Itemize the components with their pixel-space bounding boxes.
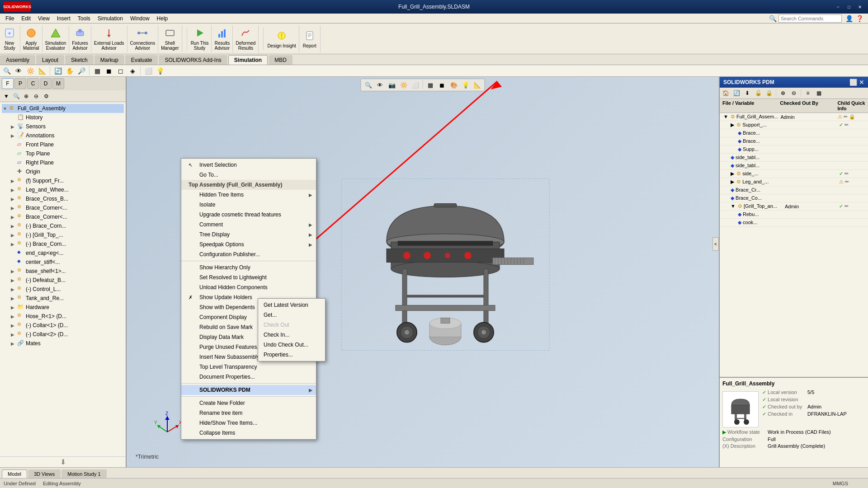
pdm-row-brace1[interactable]: ◆ Brace...: [720, 129, 868, 137]
pdm-row-rebu[interactable]: ◆ Rebu...: [720, 211, 868, 219]
tree-item-brace-corner2[interactable]: ▶ ⚙ Brace_Corner<...: [10, 212, 124, 221]
fm-filter-btn[interactable]: ▼: [2, 92, 11, 101]
section-view-button[interactable]: ⬜: [143, 66, 153, 76]
vp-btn-2[interactable]: 👁: [375, 80, 386, 90]
ctx-show-hierarchy[interactable]: Show Hierarchy Only: [181, 263, 316, 272]
ctx-goto[interactable]: Go To...: [181, 170, 316, 180]
pdm-row-brace2[interactable]: ◆ Brace...: [720, 137, 868, 145]
display-btn-1[interactable]: ▦: [92, 66, 102, 76]
render-button[interactable]: 💡: [155, 66, 165, 76]
pdm-row-brace-co[interactable]: ◆ Brace_Co...: [720, 194, 868, 202]
ctx-set-resolved[interactable]: Set Resolved to Lightweight: [181, 272, 316, 282]
ctx-pdm[interactable]: SOLIDWORKS PDM ▶: [181, 385, 316, 395]
vp-btn-3[interactable]: 📷: [387, 80, 397, 90]
ctx-create-folder[interactable]: Create New Folder: [181, 398, 316, 408]
pdm-tb-check-in[interactable]: 🔒: [764, 89, 774, 98]
display-manager-tab[interactable]: M: [52, 78, 64, 89]
menu-file[interactable]: File: [2, 14, 18, 23]
ctx-top-level-transparency[interactable]: Top Level Transparency: [181, 362, 316, 372]
new-study-button[interactable]: +: [2, 27, 17, 39]
pdm-sub-check-in[interactable]: Check In...: [258, 330, 325, 340]
fm-collapse-btn[interactable]: ⊖: [32, 92, 41, 101]
pdm-tb-collapse-all[interactable]: ⊖: [789, 89, 799, 98]
menu-help[interactable]: Help: [153, 14, 172, 23]
pdm-tb-check-out[interactable]: 🔓: [753, 89, 763, 98]
pdm-row-side1[interactable]: ◆ side_tabl...: [720, 154, 868, 162]
tree-item-tank[interactable]: ▶ ⚙ Tank_and_Re...: [10, 294, 124, 303]
ctx-comment[interactable]: Comment ▶: [181, 220, 316, 230]
close-button[interactable]: ✕: [855, 3, 864, 11]
ctx-speedpak[interactable]: Speedpak Options ▶: [181, 239, 316, 249]
tree-item-support[interactable]: ▶ ⚙ (f) Support_Fr...: [10, 176, 124, 185]
vp-btn-9[interactable]: 💡: [460, 80, 471, 90]
ctx-collapse-items[interactable]: Collapse Items: [181, 428, 316, 438]
vp-btn-6[interactable]: ▦: [425, 80, 436, 90]
tree-item-history[interactable]: 📋 History: [10, 113, 124, 122]
pdm-tb-list[interactable]: ≡: [803, 89, 813, 98]
ext-loads-button[interactable]: [101, 27, 117, 39]
ctx-unload-hidden[interactable]: Unload Hidden Components: [181, 282, 316, 292]
ctx-doc-properties[interactable]: Document Properties...: [181, 372, 316, 382]
design-insight-button[interactable]: !: [274, 29, 289, 42]
tree-item-origin[interactable]: ✛ Origin: [10, 167, 124, 176]
tree-item-brace-corner1[interactable]: ▶ ⚙ Brace_Corner<...: [10, 203, 124, 212]
property-manager-tab[interactable]: P: [14, 78, 26, 89]
pdm-row-supp[interactable]: ◆ Supp...: [720, 145, 868, 154]
tree-item-brace-corner4[interactable]: ▶ ⚙ (-) Brace_Corn...: [10, 239, 124, 249]
tab-add-ins[interactable]: SOLIDWORKS Add-Ins: [159, 55, 227, 65]
ctx-config-publisher[interactable]: Configuration Publisher...: [181, 249, 316, 259]
pdm-sub-get[interactable]: Get...: [258, 310, 325, 320]
pdm-row-cook[interactable]: ◆ cook...: [720, 219, 868, 227]
tree-item-collar2[interactable]: ▶ ⚙ (-) Collar<2> (D...: [10, 330, 124, 339]
pdm-row-side2[interactable]: ◆ side_tabl...: [720, 162, 868, 170]
apply-material-button[interactable]: [24, 27, 39, 39]
tree-item-end-cap[interactable]: ◆ end_cap<eg<...: [10, 249, 124, 258]
pan-button[interactable]: ✋: [65, 66, 75, 76]
vp-btn-4[interactable]: 🔆: [398, 80, 409, 90]
menu-simulation[interactable]: Simulation: [94, 14, 127, 23]
results-advisor-button[interactable]: [214, 27, 230, 39]
tree-item-front-plane[interactable]: ▱ Front Plane: [10, 140, 124, 149]
tree-item-collar1[interactable]: ▶ ⚙ (-) Collar<1> (D...: [10, 321, 124, 330]
rotate-view-button[interactable]: 🔄: [53, 66, 63, 76]
tb2-btn-1[interactable]: 🔍: [2, 66, 12, 76]
run-study-button[interactable]: [192, 27, 208, 39]
pdm-sub-properties[interactable]: Properties...: [258, 350, 325, 360]
display-btn-3[interactable]: ◻: [116, 66, 126, 76]
pdm-row-side3[interactable]: ▶ ⚙ side_... ✓ ✏: [720, 170, 868, 178]
tab-3d-views[interactable]: 3D Views: [28, 469, 61, 478]
fm-search-btn[interactable]: 🔍: [12, 92, 21, 101]
tree-root[interactable]: ▼ ⚙ Full_Grill_Assembly: [2, 104, 124, 113]
viewport[interactable]: 🔍 👁 📷 🔆 ⬜ ▦ ◼ 🎨 💡 📐: [127, 77, 719, 467]
dimxpert-tab[interactable]: D: [40, 78, 52, 89]
tree-item-base-shelf[interactable]: ▶ ⚙ base_shelf<1>...: [10, 267, 124, 276]
menu-view[interactable]: View: [34, 14, 53, 23]
tree-item-brace-corner3[interactable]: ▶ ⚙ (-) Brace_Corn...: [10, 221, 124, 230]
tree-item-grill-top[interactable]: ▶ ⚙ (-) [Grill_Top_...: [10, 230, 124, 239]
fm-settings-btn[interactable]: ⚙: [42, 92, 51, 101]
config-manager-tab[interactable]: C: [27, 78, 39, 89]
shell-manager-button[interactable]: [162, 27, 178, 39]
report-button[interactable]: [302, 29, 317, 42]
vp-btn-8[interactable]: 🎨: [448, 80, 459, 90]
ctx-hidden-tree[interactable]: Hidden Tree Items ▶: [181, 190, 316, 200]
tree-item-control[interactable]: ▶ ⚙ (-) Control_L...: [10, 285, 124, 294]
menu-insert[interactable]: Insert: [53, 14, 74, 23]
vp-btn-7[interactable]: ◼: [437, 80, 448, 90]
fixtures-advisor-button[interactable]: [72, 27, 88, 39]
pdm-tb-grid[interactable]: ▦: [814, 89, 824, 98]
tree-item-leg[interactable]: ▶ ⚙ Leg_and_Whee...: [10, 185, 124, 194]
tree-item-sensors[interactable]: ▶ 📡 Sensors: [10, 122, 124, 131]
pdm-expand-btn[interactable]: ⬜: [849, 79, 857, 86]
collapse-panel-btn[interactable]: <: [712, 237, 719, 251]
ctx-rename-tree[interactable]: Rename tree item: [181, 408, 316, 418]
deformed-button[interactable]: [238, 27, 253, 39]
pdm-sub-undo-check-out[interactable]: Undo Check Out...: [258, 340, 325, 350]
ctx-invert-selection[interactable]: ↖ Invert Selection: [181, 160, 316, 170]
pdm-row-grill-top[interactable]: ▼ ⚙ [Grill_Top_an... Admin ✓ ✏: [720, 202, 868, 211]
tree-item-annotations[interactable]: ▶ 📝 Annotations: [10, 131, 124, 140]
tree-item-brace-cross[interactable]: ▶ ⚙ Brace_Cross_B...: [10, 194, 124, 203]
tb2-btn-3[interactable]: 🔆: [25, 66, 35, 76]
menu-window[interactable]: Window: [127, 14, 153, 23]
connections-button[interactable]: [135, 27, 150, 39]
